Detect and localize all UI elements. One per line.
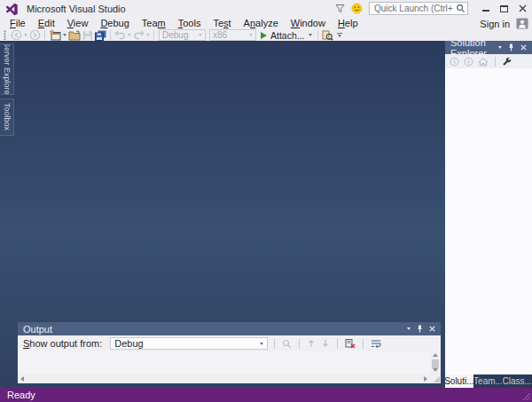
output-source-value: Debug (114, 338, 143, 349)
toolbar-overflow-icon (337, 33, 342, 34)
nav-back-button[interactable] (11, 29, 22, 41)
nav-forward-button[interactable] (29, 29, 41, 41)
menu-view[interactable]: View (61, 18, 95, 29)
scrollbar-corner (430, 374, 441, 383)
resize-grip-icon[interactable] (522, 392, 531, 401)
scroll-left-icon[interactable] (20, 376, 24, 382)
solution-explorer-title-bar[interactable]: Solution Explorer (445, 41, 532, 54)
menu-file[interactable]: File (4, 18, 32, 29)
new-project-dropdown[interactable] (63, 29, 66, 41)
word-wrap-button[interactable] (371, 338, 382, 350)
undo-button[interactable] (114, 29, 126, 41)
title-bar[interactable]: Microsoft Visual Studio (0, 0, 532, 17)
standard-toolbar: Debug x86 Attach... (0, 29, 532, 41)
scroll-right-icon[interactable] (424, 376, 427, 382)
se-forward-button[interactable] (464, 56, 473, 67)
redo-dropdown[interactable] (146, 29, 150, 41)
maximize-icon (500, 5, 508, 12)
open-file-icon (68, 30, 81, 41)
undo-dropdown[interactable] (128, 29, 131, 41)
solution-configurations-combo[interactable]: Debug (159, 29, 206, 41)
open-file-button[interactable] (68, 29, 81, 41)
menu-help[interactable]: Help (332, 18, 364, 29)
pin-icon[interactable] (508, 43, 514, 51)
output-source-combo[interactable]: Debug (110, 337, 268, 350)
feedback-funnel-icon[interactable] (335, 4, 345, 13)
user-icon[interactable] (516, 18, 528, 29)
solution-explorer-tree[interactable] (445, 68, 532, 374)
tab-solution-explorer[interactable]: Soluti... (445, 374, 474, 388)
save-all-icon (95, 30, 106, 41)
find-message-button[interactable] (282, 338, 292, 350)
chevron-down-icon (128, 34, 131, 36)
se-properties-button[interactable] (502, 56, 512, 67)
menu-edit[interactable]: Edit (32, 18, 61, 29)
menu-team[interactable]: Team (136, 18, 172, 29)
platform-value: x86 (213, 30, 227, 40)
toolbar-drag-handle[interactable] (4, 30, 6, 40)
status-bar: Ready (0, 388, 532, 402)
menu-tools[interactable]: Tools (172, 18, 207, 29)
find-in-files-button[interactable] (322, 29, 333, 41)
sign-in-link[interactable]: Sign in (480, 19, 510, 29)
tab-team-explorer[interactable]: Team... (474, 374, 504, 388)
show-output-from-label: Show output from: (23, 338, 102, 349)
menu-test[interactable]: Test (207, 18, 237, 29)
scrollbar-thumb[interactable] (432, 359, 439, 368)
attach-button[interactable]: Attach... (261, 30, 312, 41)
visual-studio-logo-icon (5, 3, 19, 16)
next-message-button[interactable] (321, 338, 330, 350)
solution-platforms-combo[interactable]: x86 (209, 29, 256, 41)
sign-in-area: Sign in (480, 17, 528, 30)
visual-studio-window: Microsoft Visual Studio (0, 0, 532, 402)
find-in-files-icon (322, 30, 333, 41)
save-all-button[interactable] (95, 29, 106, 41)
find-message-icon (282, 339, 292, 349)
word-wrap-icon (371, 339, 382, 349)
window-position-chevron-icon[interactable] (407, 327, 411, 330)
menu-bar: File Edit View Debug Team Tools Test Ana… (0, 17, 532, 29)
nav-back-dropdown[interactable] (24, 29, 27, 41)
output-horizontal-scrollbar[interactable] (18, 374, 430, 383)
menu-analyze[interactable]: Analyze (238, 18, 285, 29)
pin-icon[interactable] (417, 325, 423, 333)
se-home-button[interactable] (478, 56, 489, 67)
se-back-button[interactable] (450, 56, 459, 67)
close-icon[interactable] (429, 326, 435, 332)
save-button[interactable] (82, 29, 93, 41)
server-explorer-tab[interactable]: Server Explorer (0, 43, 14, 95)
attach-label: Attach... (270, 30, 305, 41)
toolbar-separator (153, 30, 154, 40)
new-project-button[interactable] (49, 29, 61, 41)
previous-message-button[interactable] (307, 338, 316, 350)
window-position-chevron-icon[interactable] (498, 46, 502, 49)
toolbar-overflow-button[interactable] (337, 33, 342, 37)
search-icon (456, 4, 466, 15)
minimize-button[interactable] (476, 1, 495, 16)
quick-launch-input[interactable] (369, 2, 468, 15)
tab-class-view[interactable]: Class... (503, 374, 532, 388)
close-button[interactable] (513, 1, 532, 16)
workspace-background: Server Explorer Toolbox Output Show outp… (0, 41, 532, 388)
redo-button[interactable] (133, 29, 145, 41)
maximize-button[interactable] (495, 1, 513, 16)
nav-back-icon (11, 29, 22, 41)
menu-window[interactable]: Window (285, 18, 332, 29)
undo-icon (114, 30, 126, 40)
panel-resize-grip-icon[interactable] (434, 376, 440, 382)
output-text-area[interactable] (18, 351, 441, 383)
toolbox-tab[interactable]: Toolbox (0, 99, 14, 136)
solution-explorer-toolbar (445, 54, 532, 68)
feedback-smiley-icon[interactable] (351, 3, 363, 14)
toolbar-separator (274, 339, 275, 349)
clear-all-button[interactable] (345, 338, 356, 350)
output-title-bar[interactable]: Output (18, 322, 441, 335)
chevron-down-icon (63, 34, 66, 36)
configuration-value: Debug (162, 30, 188, 40)
scroll-down-icon[interactable] (433, 368, 438, 372)
toolbar-separator (110, 30, 111, 40)
scroll-up-icon[interactable] (433, 353, 438, 357)
output-vertical-scrollbar[interactable] (430, 351, 441, 374)
menu-debug[interactable]: Debug (94, 18, 135, 29)
close-icon[interactable] (520, 44, 527, 51)
